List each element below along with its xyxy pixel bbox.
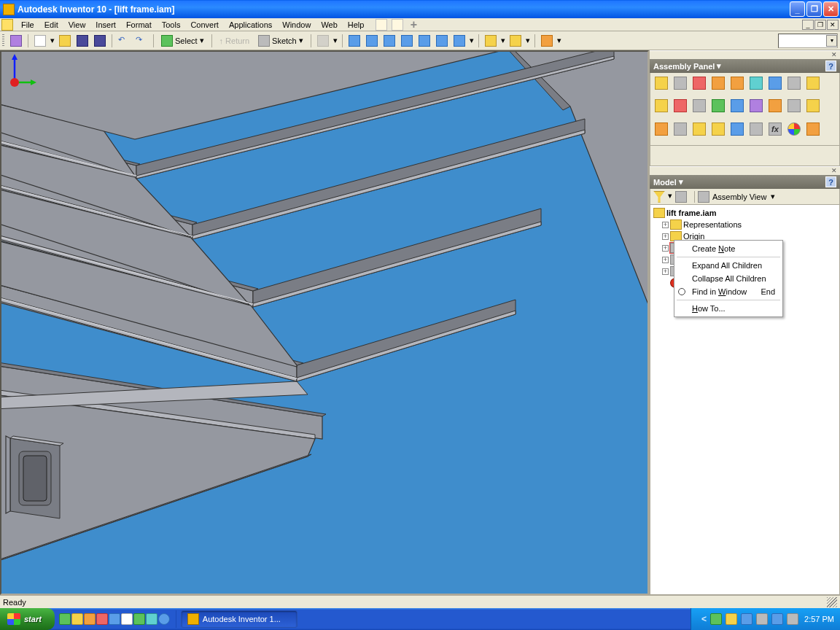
- zoom-button[interactable]: [381, 33, 397, 49]
- new-button[interactable]: [32, 33, 48, 49]
- work-plane-icon[interactable]: [712, 99, 725, 112]
- tray-icon-1[interactable]: [710, 613, 722, 625]
- view-options-icon[interactable]: [698, 191, 709, 203]
- plus-icon[interactable]: +: [408, 19, 419, 31]
- menu-window[interactable]: Window: [277, 19, 316, 31]
- revolve-icon[interactable]: [806, 99, 820, 112]
- copy-component-icon[interactable]: [731, 77, 744, 90]
- undo-button[interactable]: ↶: [116, 33, 132, 49]
- extrude-icon[interactable]: [769, 99, 782, 112]
- update-button[interactable]: [315, 33, 331, 49]
- feature-icon[interactable]: [712, 122, 725, 136]
- ql-app8-icon[interactable]: [146, 613, 158, 625]
- menu-tools[interactable]: Tools: [157, 19, 186, 31]
- ql-app7-icon[interactable]: [133, 613, 145, 625]
- hole-icon[interactable]: [788, 99, 801, 112]
- move-component-icon[interactable]: [806, 77, 820, 90]
- minimize-button[interactable]: _: [790, 1, 805, 17]
- zoom-all-button[interactable]: [346, 33, 362, 49]
- tray-icon-3[interactable]: [741, 613, 752, 625]
- mate-icon[interactable]: [750, 122, 763, 136]
- tray-icon-4[interactable]: [756, 613, 768, 625]
- rotate-component-icon[interactable]: [674, 99, 687, 112]
- view-triad[interactable]: [1, 52, 38, 88]
- tray-volume-icon[interactable]: [787, 613, 798, 625]
- work-point-icon[interactable]: [750, 99, 763, 112]
- section-view-icon[interactable]: [693, 99, 706, 112]
- material-combo[interactable]: ▾: [778, 34, 838, 48]
- view-dropdown[interactable]: ▾: [469, 36, 475, 45]
- assembly-panel-help-icon[interactable]: ?: [825, 61, 836, 71]
- ctx-create-note[interactable]: Create Note: [676, 242, 781, 255]
- origin-icon[interactable]: [731, 122, 744, 136]
- ql-app3-icon[interactable]: [84, 613, 96, 625]
- ql-ie-icon[interactable]: [158, 613, 170, 625]
- expand-icon[interactable]: +: [662, 257, 669, 263]
- create-component-icon[interactable]: [674, 77, 687, 90]
- menu-file[interactable]: File: [16, 19, 39, 31]
- pattern-component-icon[interactable]: [693, 77, 706, 90]
- link-icon[interactable]: [8, 33, 24, 49]
- mirror-component-icon[interactable]: [712, 77, 725, 90]
- sweep-icon[interactable]: [655, 122, 668, 136]
- expand-icon[interactable]: +: [662, 245, 669, 252]
- ctx-how-to[interactable]: How To...: [676, 302, 781, 315]
- 3d-viewport[interactable]: [0, 50, 649, 595]
- analyze-dropdown[interactable]: ▾: [556, 36, 562, 45]
- taskbar-app-button[interactable]: Autodesk Inventor 1...: [181, 610, 298, 628]
- sketch-button[interactable]: Sketch ▾: [254, 33, 307, 49]
- ql-app6-icon[interactable]: [121, 613, 133, 625]
- menu-insert[interactable]: Insert: [90, 19, 121, 31]
- return-button[interactable]: ↑ Return: [216, 33, 254, 49]
- tray-expand-icon[interactable]: <: [701, 614, 707, 624]
- pan-button[interactable]: [399, 33, 415, 49]
- new-dropdown[interactable]: ▾: [50, 36, 55, 45]
- ctx-expand-all-children[interactable]: Expand All Children: [676, 259, 781, 272]
- mdi-close-button[interactable]: ✕: [827, 20, 839, 30]
- menu-help[interactable]: Help: [343, 19, 370, 31]
- look-at-button[interactable]: [451, 33, 467, 49]
- model-panel-help-icon[interactable]: ?: [825, 176, 836, 187]
- filter-drop-icon[interactable]: ▾: [668, 191, 672, 203]
- filter-icon[interactable]: [653, 191, 665, 203]
- maximize-button[interactable]: ❐: [806, 1, 822, 17]
- expand-icon[interactable]: +: [662, 222, 669, 228]
- resize-grip[interactable]: [827, 597, 837, 607]
- zoom-window-button[interactable]: [364, 33, 380, 49]
- analyze-button[interactable]: [539, 33, 555, 49]
- menu-applications[interactable]: Applications: [224, 19, 277, 31]
- chamfer-icon[interactable]: [674, 122, 687, 136]
- tree-representations[interactable]: + Representations: [652, 219, 838, 230]
- filter-settings-icon[interactable]: [675, 191, 687, 203]
- model-view-dropdown[interactable]: ▾: [771, 192, 775, 201]
- zoom-selected-button[interactable]: [416, 33, 432, 49]
- component-dropdown[interactable]: ▾: [525, 36, 531, 45]
- place-constraint-icon[interactable]: [655, 99, 668, 112]
- model-panel-header[interactable]: Model ▾ ?: [650, 175, 840, 189]
- ql-app5-icon[interactable]: [109, 613, 120, 625]
- redo-button[interactable]: ↷: [133, 33, 149, 49]
- start-button[interactable]: start: [0, 608, 55, 630]
- save-button[interactable]: [74, 33, 90, 49]
- menu-web[interactable]: Web: [316, 19, 342, 31]
- ctx-collapse-all-children[interactable]: Collapse All Children: [676, 272, 781, 285]
- assembly-panel-header[interactable]: Assembly Panel ▾ ?: [650, 59, 840, 73]
- open-button[interactable]: [57, 33, 73, 49]
- bolted-connection-icon[interactable]: [750, 77, 763, 90]
- tree-root[interactable]: lift frame.iam: [652, 207, 838, 219]
- shade-dropdown[interactable]: ▾: [500, 36, 506, 45]
- ql-show-desktop-icon[interactable]: [59, 613, 71, 625]
- parameters-icon[interactable]: [806, 122, 820, 136]
- replace-icon[interactable]: [788, 77, 801, 90]
- update-dropdown[interactable]: ▾: [332, 36, 338, 45]
- close-button[interactable]: ✕: [823, 1, 839, 17]
- place-component-icon[interactable]: [655, 77, 668, 90]
- ql-explorer-icon[interactable]: [71, 613, 83, 625]
- weldment-icon[interactable]: [693, 122, 706, 136]
- component-button[interactable]: [508, 33, 524, 49]
- menu-format[interactable]: Format: [121, 19, 157, 31]
- expand-icon[interactable]: +: [662, 233, 669, 240]
- work-axis-icon[interactable]: [731, 99, 744, 112]
- tray-icon-2[interactable]: [726, 613, 737, 625]
- create-imate-icon[interactable]: [788, 122, 801, 136]
